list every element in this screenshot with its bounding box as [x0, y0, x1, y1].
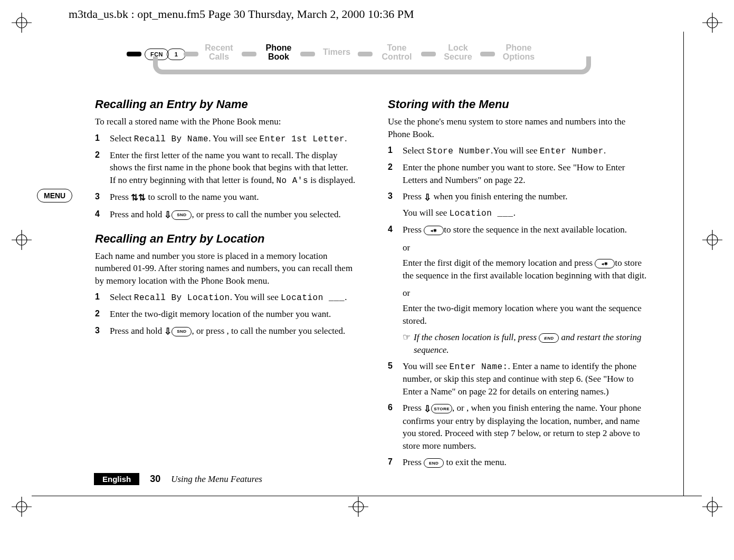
nav-label: Phone [506, 43, 532, 52]
crop-mark-icon [702, 13, 722, 33]
step-number: 1 [95, 132, 100, 144]
step-number: 4 [388, 224, 393, 235]
snd-key-icon: SND [171, 210, 192, 220]
nav-sep-icon [358, 52, 373, 56]
left-column: Recalling an Entry by NameTo recall a st… [95, 87, 356, 473]
crop-mark-icon [702, 497, 722, 517]
store-key-icon: STORE [431, 404, 452, 413]
-key-icon: ◂✱ [424, 226, 444, 235]
step-item: 5You will see Enter Name:. Enter a name … [388, 360, 649, 398]
page-footer: English 30 Using the Menu Features [94, 473, 262, 485]
crop-mark-icon [348, 497, 368, 517]
steps-list: 1Select Recall By Location. You will see… [95, 291, 356, 337]
-key-icon: ◂✱ [595, 259, 615, 268]
step-item: 7Press END to exit the menu. [388, 456, 649, 468]
step-number: 1 [95, 291, 100, 303]
crop-mark-icon [12, 13, 32, 33]
step-number: 2 [388, 161, 393, 173]
end-key-icon: END [539, 333, 559, 343]
nav-leader-icon [127, 52, 141, 56]
chapter-title: Using the Menu Features [171, 474, 262, 485]
language-badge: English [94, 473, 139, 485]
crop-mark-icon [12, 230, 32, 250]
scroll-down-icon: ⇩ [164, 325, 171, 337]
end-key-icon: END [424, 458, 444, 468]
step-number: 3 [388, 190, 393, 202]
section-intro: To recall a stored name with the Phone B… [95, 115, 356, 128]
step-item: 1Select Recall By Name. You will see Ent… [95, 132, 356, 145]
crop-mark-icon [702, 230, 722, 250]
steps-list: 1Select Recall By Name. You will see Ent… [95, 132, 356, 221]
crop-mark-icon [12, 497, 32, 517]
nav-sep-icon [421, 52, 436, 56]
nav-label: Lock [448, 43, 468, 52]
step-item: 2Enter the two-digit memory location of … [95, 308, 356, 320]
step-number: 1 [388, 144, 393, 156]
scroll-down-icon: ⇩ [164, 209, 171, 221]
step-item: 2Enter the first letter of the name you … [95, 149, 356, 187]
step-number: 2 [95, 308, 100, 320]
scroll-down-icon: ⇩ [424, 403, 431, 415]
step-item: 3Press and hold ⇩SND, or press , to call… [95, 325, 356, 338]
step-number: 3 [95, 325, 100, 336]
step-number: 3 [95, 191, 100, 202]
section-intro: Each name and number you store is placed… [95, 250, 356, 287]
step-number: 6 [388, 402, 393, 413]
right-column: Storing with the MenuUse the phone's men… [388, 87, 649, 473]
nav-label: Recent [205, 43, 233, 52]
note-hand-icon: ☞ [403, 331, 411, 356]
step-item: 4Press and hold ⇩SND, or press to call t… [95, 208, 356, 221]
nav-sep-icon [300, 52, 315, 56]
nav-sep-icon [184, 52, 198, 56]
nav-item-timers: Timers [318, 47, 355, 56]
menu-badge: MENU [37, 191, 72, 200]
step-number: 2 [95, 149, 100, 161]
nav-label: Tone [387, 43, 406, 52]
section-intro: Use the phone's menu system to store nam… [388, 115, 649, 140]
step-item: 4Press ◂✱to store the sequence in the ne… [388, 224, 649, 327]
step-item: 3Press ⇩ when you finish entering the nu… [388, 190, 649, 219]
header-meta-text: m3tda_us.bk : opt_menu.fm5 Page 30 Thurs… [69, 7, 414, 21]
step-number: 4 [95, 208, 100, 220]
menu-badge-label: MENU [37, 189, 72, 202]
nav-label: Timers [323, 47, 350, 56]
step-item: 3Press ⇅⇅ to scroll to the name you want… [95, 191, 356, 204]
step-number: 7 [388, 456, 393, 468]
note: ☞If the chosen location is full, press E… [388, 331, 649, 356]
nav-sep-icon [242, 52, 256, 56]
section-title: Storing with the Menu [388, 96, 649, 112]
trim-line [683, 32, 684, 496]
step-number: 5 [388, 360, 393, 372]
page-number: 30 [150, 474, 160, 485]
snd-key-icon: SND [171, 327, 192, 336]
scroll-up-down-icon: ⇅⇅ [131, 191, 146, 204]
step-item: 1Select Recall By Location. You will see… [95, 291, 356, 304]
step-item: 6Press ⇩STORE, or , when you finish ente… [388, 402, 649, 452]
nav-bracket-icon [153, 56, 591, 74]
scroll-down-icon: ⇩ [424, 191, 431, 204]
nav-label: Phone [266, 43, 292, 52]
section-title: Recalling an Entry by Name [95, 96, 356, 112]
steps-list: 1Select Store Number.You will see Enter … [388, 144, 649, 469]
step-item: 2Enter the phone number you want to stor… [388, 161, 649, 186]
nav-sep-icon [480, 52, 495, 56]
step-item: 1Select Store Number.You will see Enter … [388, 144, 649, 157]
menu-breadcrumb: FCN 1 Recent Calls Phone Book Timers Ton… [127, 43, 591, 75]
trim-line [32, 496, 702, 496]
section-title: Recalling an Entry by Location [95, 231, 356, 247]
